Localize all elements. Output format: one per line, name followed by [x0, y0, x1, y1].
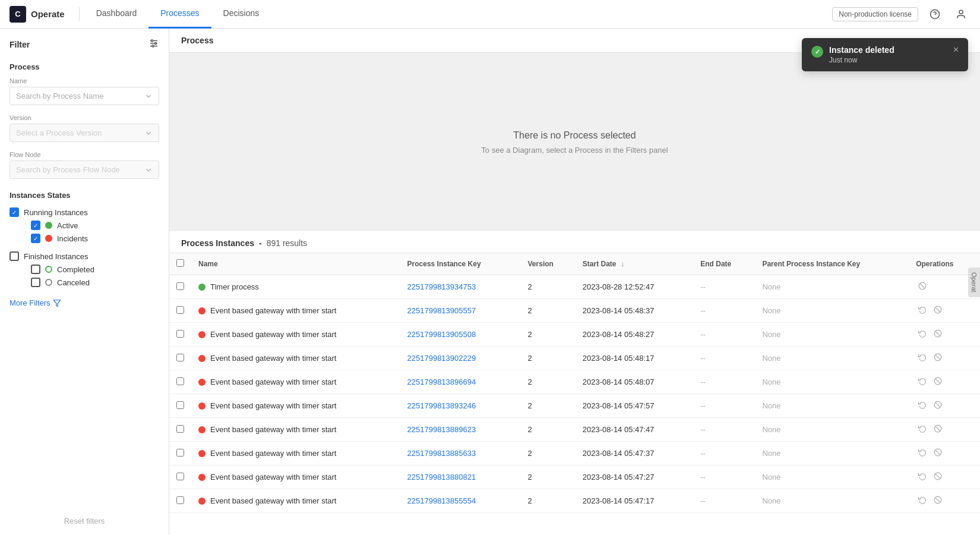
select-all-header[interactable] [169, 253, 191, 275]
row-checkbox[interactable] [176, 377, 184, 385]
row-select-cell[interactable] [169, 394, 191, 418]
retry-button[interactable] [916, 423, 929, 436]
row-name-cell: Event based gateway with timer start [191, 347, 400, 370]
row-key[interactable]: 2251799813905508 [400, 323, 521, 347]
chevron-down-icon [144, 92, 153, 100]
select-all-checkbox[interactable] [176, 259, 184, 267]
cancel-button[interactable] [931, 304, 944, 317]
incidents-row[interactable]: Incidents [10, 232, 159, 245]
completed-row[interactable]: Completed [10, 263, 159, 276]
row-select-cell[interactable] [169, 275, 191, 299]
nav-item-processes[interactable]: Processes [148, 0, 211, 29]
reset-filters-button[interactable]: Reset filters [64, 517, 105, 525]
row-status-dot [198, 450, 206, 457]
col-end-date: End Date [693, 253, 755, 275]
finished-checkbox[interactable] [10, 251, 19, 261]
row-checkbox[interactable] [176, 473, 184, 480]
running-instances-row[interactable]: Running Instances [10, 206, 159, 219]
cancel-button[interactable] [931, 495, 944, 507]
row-key[interactable]: 2251799813905557 [400, 299, 521, 323]
retry-button[interactable] [916, 447, 929, 460]
side-label[interactable]: Operat [968, 268, 980, 297]
retry-button[interactable] [916, 376, 929, 388]
row-checkbox[interactable] [176, 354, 184, 361]
row-operations-cell [909, 489, 980, 513]
row-checkbox[interactable] [176, 306, 184, 314]
finished-label: Finished Instances [24, 252, 88, 261]
svg-point-6 [151, 40, 153, 42]
row-select-cell[interactable] [169, 323, 191, 347]
table-title: Process Instances [181, 238, 254, 248]
cancel-button[interactable] [931, 376, 944, 388]
retry-button[interactable] [916, 304, 929, 317]
cancel-button[interactable] [931, 447, 944, 460]
row-checkbox[interactable] [176, 425, 184, 433]
retry-button[interactable] [916, 471, 929, 483]
nav-item-decisions[interactable]: Decisions [211, 0, 271, 29]
row-select-cell[interactable] [169, 489, 191, 513]
nav-separator [79, 7, 80, 21]
cancel-button[interactable] [931, 328, 944, 341]
cancel-button[interactable] [931, 352, 944, 364]
cancel-button[interactable] [931, 471, 944, 483]
retry-button[interactable] [916, 399, 929, 412]
active-row[interactable]: Active [10, 219, 159, 232]
toast-close-button[interactable]: × [953, 45, 959, 55]
user-button[interactable] [951, 5, 970, 24]
process-name-dropdown[interactable]: Search by Process Name [10, 87, 159, 105]
filter-settings-icon[interactable] [148, 38, 159, 51]
row-key[interactable]: 2251799813885633 [400, 442, 521, 465]
help-button[interactable] [925, 5, 944, 24]
retry-button[interactable] [916, 352, 929, 364]
running-checkbox[interactable] [10, 207, 19, 217]
row-parent-key: None [755, 323, 909, 347]
active-status-dot [45, 222, 52, 229]
retry-button[interactable] [916, 328, 929, 341]
app-logo[interactable]: C Operate [10, 6, 65, 23]
more-filters-link[interactable]: More Filters [0, 294, 169, 312]
row-checkbox[interactable] [176, 282, 184, 290]
row-key[interactable]: 2251799813902229 [400, 347, 521, 370]
row-key[interactable]: 2251799813855554 [400, 489, 521, 513]
process-version-dropdown[interactable]: Select a Process Version [10, 124, 159, 142]
row-select-cell[interactable] [169, 418, 191, 442]
cancel-button[interactable] [931, 399, 944, 412]
row-operations-cell [909, 299, 980, 323]
row-parent-key: None [755, 370, 909, 394]
svg-line-23 [935, 426, 940, 431]
row-version: 2 [521, 394, 576, 418]
row-select-cell[interactable] [169, 442, 191, 465]
row-checkbox[interactable] [176, 401, 184, 409]
cancel-button[interactable] [931, 423, 944, 436]
filter-title: Filter [10, 40, 30, 49]
row-key[interactable]: 2251799813889623 [400, 418, 521, 442]
row-select-cell[interactable] [169, 299, 191, 323]
row-key[interactable]: 2251799813893246 [400, 394, 521, 418]
svg-line-17 [935, 355, 940, 360]
row-checkbox[interactable] [176, 496, 184, 504]
row-select-cell[interactable] [169, 347, 191, 370]
canceled-row[interactable]: Canceled [10, 276, 159, 289]
col-start-date[interactable]: Start Date ↓ [576, 253, 693, 275]
canceled-checkbox[interactable] [31, 278, 40, 287]
nav-item-dashboard[interactable]: Dashboard [84, 0, 149, 29]
active-checkbox[interactable] [31, 221, 40, 230]
row-end-date: -- [693, 489, 755, 513]
row-key[interactable]: 2251799813934753 [400, 275, 521, 299]
row-end-date: -- [693, 370, 755, 394]
row-checkbox[interactable] [176, 449, 184, 457]
row-checkbox[interactable] [176, 330, 184, 338]
row-select-cell[interactable] [169, 370, 191, 394]
retry-button[interactable] [916, 495, 929, 507]
row-key[interactable]: 2251799813880821 [400, 465, 521, 489]
completed-checkbox[interactable] [31, 265, 40, 274]
cancel-button[interactable] [916, 281, 929, 293]
main-content: Process There is no Process selected To … [169, 29, 980, 535]
finished-instances-row[interactable]: Finished Instances [10, 250, 159, 263]
top-navigation: C Operate Dashboard Processes Decisions … [0, 0, 980, 29]
flow-node-dropdown[interactable]: Search by Process Flow Node [10, 160, 159, 179]
incidents-checkbox[interactable] [31, 234, 40, 243]
row-select-cell[interactable] [169, 465, 191, 489]
row-key[interactable]: 2251799813896694 [400, 370, 521, 394]
incidents-label: Incidents [57, 234, 88, 243]
